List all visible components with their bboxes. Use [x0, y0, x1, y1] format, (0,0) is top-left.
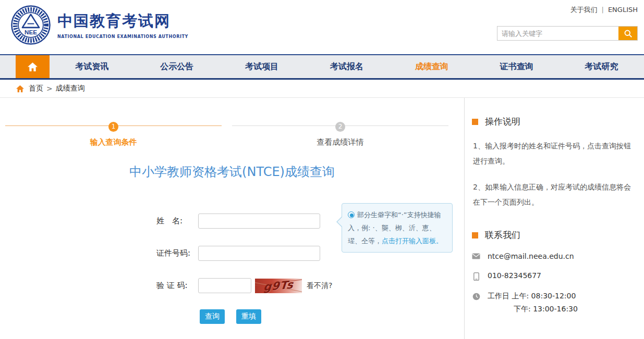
reset-button[interactable]: 重填: [236, 309, 261, 324]
nav-item-public-notice[interactable]: 公示公告: [135, 55, 220, 78]
captcha-row: 验 证 码: g9Ts 看不清?: [156, 278, 332, 293]
main-nav: 考试资讯 公示公告 考试项目 考试报名 成绩查询 证书查询 考试研究: [0, 54, 644, 80]
contact-phone: 010-82345677: [488, 271, 541, 280]
name-input[interactable]: [198, 214, 320, 229]
search-icon: [624, 29, 633, 38]
instruction-item-2: 2、如果输入信息正确，对应考试的成绩信息将会在下一个页面列出。: [473, 180, 631, 210]
contact-title: 联系我们: [485, 229, 520, 241]
nav-item-exam-research[interactable]: 考试研究: [559, 55, 644, 78]
clock-icon: [472, 292, 480, 300]
search-input[interactable]: [497, 27, 618, 40]
breadcrumb-home-icon: [16, 85, 25, 93]
main-panel: 1 输入查询条件 2 查看成绩详情 中小学教师资格考试(NTCE)成绩查询 姓 …: [0, 98, 464, 339]
captcha-label: 验 证 码:: [156, 281, 198, 291]
page-title: 中小学教师资格考试(NTCE)成绩查询: [0, 164, 464, 180]
sidebar: 操作说明 1、输入报考时的姓名和证件号码，点击查询按钮进行查询。 2、如果输入信…: [464, 98, 644, 339]
nav-item-certificate-query[interactable]: 证书查询: [474, 55, 559, 78]
instruction-item-1: 1、输入报考时的姓名和证件号码，点击查询按钮进行查询。: [473, 139, 631, 169]
step-2-circle: 2: [335, 122, 345, 132]
nav-home-button[interactable]: [16, 55, 50, 78]
contact-hours-row: 工作日 上午: 08:30-12:00 下午: 13:00-16:30: [472, 292, 631, 314]
contact-email-row: ntce@mail.neea.edu.cn: [472, 252, 631, 260]
rare-character-tooltip: 部分生僻字和“·”支持快捷输入，例: ·、龑、栁、沂、恵、瑆、仝等，点击打开输入…: [342, 203, 453, 253]
contact-hours-line1: 工作日 上午: 08:30-12:00: [488, 292, 576, 300]
english-link[interactable]: ENGLISH: [608, 6, 638, 14]
stepper: 1 输入查询条件 2 查看成绩详情: [0, 121, 454, 147]
contact-hours-line2: 下午: 13:00-16:30: [488, 305, 578, 314]
content: 1 输入查询条件 2 查看成绩详情 中小学教师资格考试(NTCE)成绩查询 姓 …: [0, 98, 644, 339]
id-number-input[interactable]: [198, 246, 320, 261]
svg-text:NEE: NEE: [25, 29, 37, 35]
contact-hours: 工作日 上午: 08:30-12:00 下午: 13:00-16:30: [488, 292, 578, 314]
breadcrumb-current: 成绩查询: [56, 84, 85, 93]
id-number-label: 证件号码:: [156, 248, 198, 258]
neea-emblem-icon: NEE: [10, 5, 51, 45]
step-1-circle: 1: [108, 122, 118, 132]
contact-phone-row: 010-82345677: [472, 271, 631, 281]
breadcrumb-separator: >: [46, 84, 53, 93]
about-us-link[interactable]: 关于我们: [570, 6, 597, 14]
home-icon: [27, 62, 38, 72]
orange-square-icon: [472, 232, 478, 238]
name-label: 姓 名:: [156, 216, 198, 226]
logo-text: 中国教育考试网 NATIONAL EDUCATION EXAMINATIONS …: [57, 11, 188, 39]
name-row: 姓 名:: [156, 214, 320, 229]
page: NEE 中国教育考试网 NATIONAL EDUCATION EXAMINATI…: [0, 0, 644, 339]
search-box: [497, 26, 638, 41]
email-icon: [472, 252, 480, 259]
id-number-row: 证件号码:: [156, 246, 320, 261]
contact-email: ntce@mail.neea.edu.cn: [488, 252, 574, 260]
orange-square-icon: [472, 119, 478, 125]
form-buttons: 查询 重填: [200, 309, 261, 324]
radio-icon: [348, 211, 355, 218]
nav-item-exam-programs[interactable]: 考试项目: [220, 55, 305, 78]
open-input-panel-link[interactable]: 点击打开输入面板。: [382, 237, 443, 245]
captcha-image[interactable]: g9Ts: [255, 279, 302, 293]
step-1: 1 输入查询条件: [0, 121, 227, 147]
captcha-refresh-link[interactable]: 看不清?: [307, 281, 332, 291]
step-1-label: 输入查询条件: [0, 137, 227, 147]
header: NEE 中国教育考试网 NATIONAL EDUCATION EXAMINATI…: [0, 0, 644, 54]
top-links-separator: |: [601, 6, 603, 14]
instructions-title: 操作说明: [485, 116, 520, 128]
site-logo[interactable]: NEE 中国教育考试网 NATIONAL EDUCATION EXAMINATI…: [10, 5, 188, 45]
breadcrumb: 首页 > 成绩查询: [0, 80, 644, 98]
phone-icon: [472, 271, 480, 281]
search-button[interactable]: [618, 27, 637, 40]
nav-item-exam-registration[interactable]: 考试报名: [305, 55, 390, 78]
step-2-label: 查看成绩详情: [227, 137, 454, 147]
captcha-text: g9Ts: [255, 279, 302, 293]
site-subtitle: NATIONAL EDUCATION EXAMINATIONS AUTHORIT…: [57, 34, 188, 39]
site-title: 中国教育考试网: [57, 11, 188, 32]
nav-items: 考试资讯 公示公告 考试项目 考试报名 成绩查询 证书查询 考试研究: [50, 55, 644, 78]
breadcrumb-home-link[interactable]: 首页: [29, 84, 43, 93]
nav-item-exam-news[interactable]: 考试资讯: [50, 55, 135, 78]
query-button[interactable]: 查询: [200, 309, 225, 324]
captcha-input[interactable]: [198, 278, 251, 293]
instructions-heading: 操作说明: [472, 116, 631, 128]
top-links: 关于我们|ENGLISH: [570, 5, 638, 15]
nav-item-score-query[interactable]: 成绩查询: [389, 55, 474, 78]
step-2: 2 查看成绩详情: [227, 121, 454, 147]
contact-heading: 联系我们: [472, 229, 631, 241]
